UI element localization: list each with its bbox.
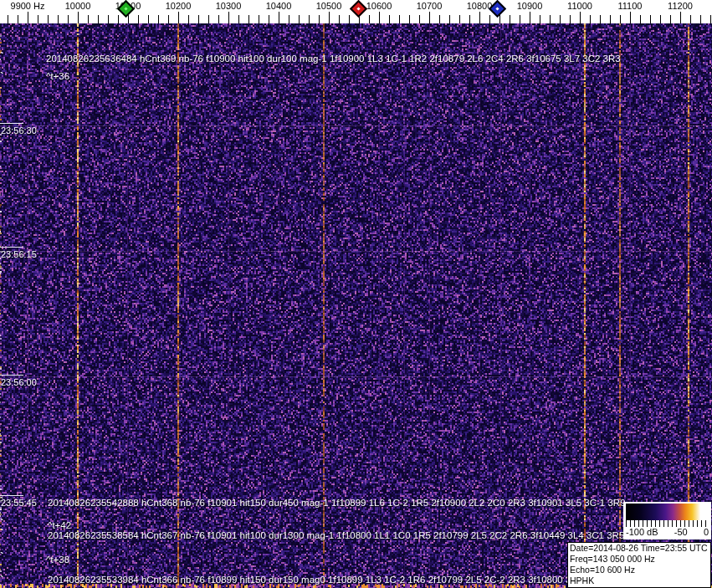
freq-tick-label: 10700 bbox=[417, 1, 443, 12]
intensity-scale-ticks bbox=[626, 520, 709, 527]
edge-tick: ` bbox=[0, 54, 3, 60]
info-box-line: Freq=143 050 000 Hz bbox=[570, 554, 709, 565]
freq-tick-label: 10500 bbox=[316, 1, 342, 12]
overlay-layer: 23:56:3023:56:1523:56:0023:55:45 2014082… bbox=[0, 0, 712, 588]
intensity-scale-legend: -100 dB -50 0 bbox=[623, 502, 711, 539]
info-box-line: Date=2014-08-26 Time=23:55 UTC bbox=[570, 543, 709, 554]
time-label: 23:56:00 bbox=[1, 377, 37, 388]
freq-tick-label: 11100 bbox=[618, 1, 643, 12]
time-label: 23:55:45 bbox=[1, 498, 37, 509]
freq-tick-label: 11200 bbox=[668, 1, 693, 12]
scale-min-label: -100 dB bbox=[626, 527, 658, 538]
scale-mid-label: -50 bbox=[674, 527, 688, 538]
frequency-axis: 9900 Hz100001010010200103001040010500106… bbox=[0, 0, 712, 23]
freq-tick-label: 11000 bbox=[567, 1, 592, 12]
freq-tick-label: 10200 bbox=[166, 1, 192, 12]
event-detection-text: 20140826235636484 hCnt369 nb-76 f10900 h… bbox=[46, 53, 621, 64]
freq-tick-label: 10800 bbox=[467, 1, 493, 12]
freq-tick-label: 10900 bbox=[517, 1, 543, 12]
edge-tick: ` bbox=[0, 74, 3, 80]
observation-info-box: Date=2014-08-26 Time=23:55 UTCFreq=143 0… bbox=[567, 542, 711, 588]
event-detection-text: 20140826235542888 hCnt368 nb-76 f10901 h… bbox=[48, 497, 626, 509]
time-label: 23:56:30 bbox=[1, 125, 37, 136]
edge-tick: ` bbox=[0, 530, 3, 537]
freq-tick-label: 10000 bbox=[65, 1, 91, 12]
info-box-line: Echo=10 600 Hz bbox=[570, 565, 709, 575]
edge-tick: ` bbox=[0, 499, 3, 505]
intensity-gradient-bar bbox=[626, 504, 709, 520]
edge-tick: ` bbox=[0, 520, 3, 527]
freq-tick-label: 10400 bbox=[266, 1, 292, 12]
scale-max-label: 0 bbox=[704, 527, 709, 538]
freq-tick-label: 10600 bbox=[366, 1, 392, 12]
blue-freq-marker-dot bbox=[495, 7, 499, 10]
event-detection-text: 20140826235533984 hCnt366 nb-76 f10899 h… bbox=[48, 574, 602, 585]
event-detection-text: 20140826235538584 hCnt367 nb-76 f10901 h… bbox=[48, 529, 624, 541]
freq-tick-label: 10300 bbox=[216, 1, 242, 12]
intensity-scale-labels: -100 dB -50 0 bbox=[624, 527, 710, 538]
edge-tick: ` bbox=[0, 554, 3, 560]
time-gridline-tick bbox=[0, 247, 23, 248]
event-time-offset: ^t+38 bbox=[46, 554, 69, 565]
event-time-offset: ^t+36 bbox=[46, 70, 69, 82]
time-gridline-tick bbox=[0, 495, 23, 496]
time-label: 23:56:15 bbox=[1, 249, 37, 260]
info-box-line: HPHK bbox=[570, 575, 709, 586]
spectrogram-app: 9900 Hz100001010010200103001040010500106… bbox=[0, 0, 712, 588]
red-freq-marker-dot bbox=[356, 7, 360, 10]
edge-tick: ` bbox=[0, 577, 3, 584]
green-freq-marker-dot bbox=[124, 7, 127, 10]
freq-tick-label: 9900 Hz bbox=[11, 1, 45, 12]
time-gridline-tick bbox=[0, 375, 23, 376]
time-gridline-tick bbox=[0, 123, 23, 124]
